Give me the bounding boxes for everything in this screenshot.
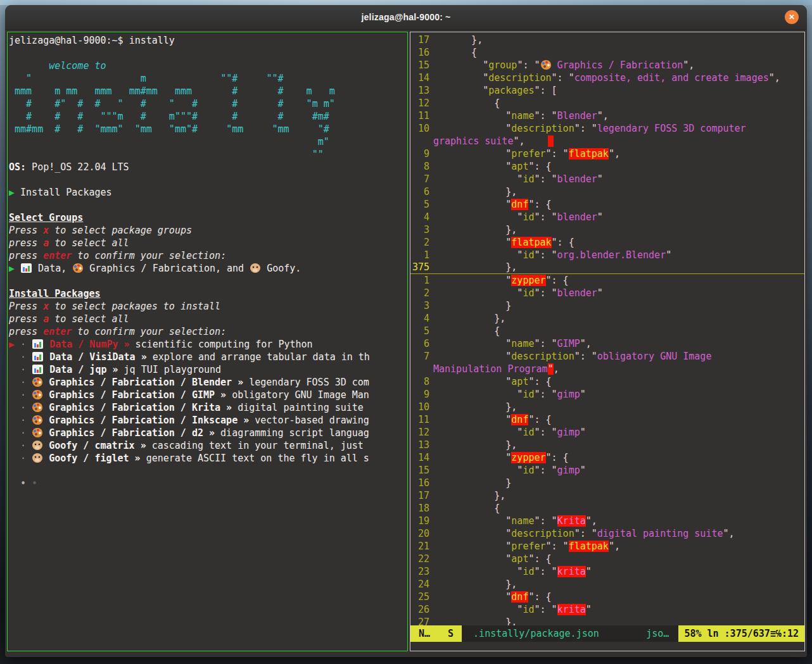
editor-line: 3 }: [410, 299, 804, 312]
text-token: {: [448, 47, 477, 58]
text-token: •: [26, 478, 37, 489]
text-token: ": ": [574, 123, 597, 134]
text-token: ": ": [534, 110, 557, 122]
text-token: diagramming script languag: [215, 427, 369, 439]
text-token: ": [448, 376, 511, 387]
text-token: },: [448, 224, 517, 235]
editor-line: 13 },: [410, 439, 804, 451]
line-text: · Data / jqp » jq TUI playground: [9, 364, 221, 375]
close-button[interactable]: ✕: [785, 10, 799, 24]
editor-line: 6 },: [410, 185, 804, 198]
filetype: jso…: [646, 628, 669, 639]
text-token: jelizaga@hal-9000:~$ instally: [9, 35, 175, 46]
terminal-line: # #" # # " # " # # # "m m": [9, 97, 407, 110]
editor-line: 22 "apt": {: [410, 553, 804, 565]
terminal-line: [9, 465, 407, 477]
line-text: },: [448, 578, 517, 591]
line-text: · Data / VisiData » explore and arrange …: [9, 351, 370, 363]
text-token: name: [511, 338, 534, 349]
line-number: 5: [410, 198, 429, 211]
line-text: "id": "krita": [448, 565, 592, 578]
line-text: "prefer": "flatpak",: [448, 147, 620, 160]
text-token: "": [9, 149, 324, 160]
line-text: "prefer": "flatpak",: [448, 540, 620, 553]
line-number: 17: [410, 34, 429, 46]
editor-line: 16 }: [410, 477, 804, 489]
text-token: ": [666, 249, 671, 261]
line-text: "id": "blender": [448, 211, 603, 223]
text-token: " m ""# ""#: [9, 73, 283, 84]
line-number: 18: [410, 502, 429, 515]
text-token: ": {: [528, 199, 551, 210]
editor-line: 9 "id": "gimp": [410, 388, 804, 401]
text-token: press: [9, 326, 43, 337]
line-text: press enter to confirm your selection:: [9, 250, 226, 261]
editor-line: 2 "id": "blender": [410, 287, 804, 299]
editor-line: 12 {: [410, 97, 804, 110]
editor-line: 6 "name": "GIMP",: [410, 337, 804, 350]
text-token: ": [448, 173, 523, 185]
cow-icon: [32, 453, 42, 463]
line-number: 21: [410, 540, 429, 553]
text-token: Select Groups: [9, 212, 83, 223]
line-number: 13: [410, 84, 429, 97]
editor-line: 8 "apt": {: [410, 160, 804, 173]
line-number: 6: [410, 185, 429, 198]
text-token: scientific computing for Python: [130, 339, 313, 350]
text-token: ·: [9, 453, 32, 464]
line-number: 7: [410, 173, 429, 185]
line-text: "apt": {: [448, 375, 552, 388]
line-text: },: [448, 312, 505, 325]
line-number: 19: [410, 515, 429, 527]
text-token: Goofy / cmatrix »: [43, 440, 146, 451]
text-token: enter: [43, 250, 72, 261]
line-number: 5: [410, 325, 429, 337]
text-token: to select package groups: [49, 225, 192, 236]
line-number: 17: [410, 489, 429, 502]
text-token: ": ": [552, 72, 574, 84]
text-token: ": [448, 211, 523, 223]
text-token: ": [448, 148, 511, 160]
terminal-line: press enter to confirm your selection:: [9, 249, 407, 262]
line-text: Manipulation Program",: [410, 363, 559, 375]
line-number: 9: [410, 388, 429, 401]
text-token: Pop!_OS 22.04 LTS: [26, 161, 129, 173]
titlebar[interactable]: jelizaga@hal-9000: ~ ✕: [5, 5, 807, 30]
text-token: obligatory GNU Image Man: [226, 389, 369, 401]
text-token: to confirm your selection:: [72, 250, 226, 261]
line-text: "dnf": {: [448, 413, 552, 426]
text-token: Press: [9, 225, 43, 236]
text-token: ·: [9, 427, 32, 439]
line-text: # # # """m # m"""# # # #m#: [9, 111, 329, 122]
statusline-flag: S: [448, 628, 454, 639]
line-text: Select Groups: [9, 212, 83, 223]
line-text: OS: Pop!_OS 22.04 LTS: [9, 161, 129, 173]
line-text: "": [9, 149, 324, 160]
text-token: to select packages to install: [49, 301, 220, 312]
line-text: "dnf": {: [448, 198, 552, 211]
terminal-line: OS: Pop!_OS 22.04 LTS: [9, 161, 407, 173]
line-text: "description": "obligatory GNU Image: [448, 350, 711, 363]
text-token: ": [580, 427, 586, 438]
text-token: id: [523, 211, 534, 223]
text-token: Graphics / Fabrication / Blender »: [43, 377, 243, 388]
vim-editor-pane[interactable]: 17 },16 {15 "group": " Graphics / Fabric…: [410, 32, 805, 651]
text-token: description: [488, 72, 551, 84]
text-token: ": [448, 110, 511, 122]
text-token: ",: [723, 528, 735, 539]
text-token: },: [448, 313, 505, 324]
cow-icon: [250, 263, 260, 273]
text-token: ": [448, 452, 511, 463]
text-token: ": [580, 389, 586, 400]
text-token: Press: [9, 301, 43, 312]
text-token: ": [448, 351, 511, 362]
text-token: id: [523, 389, 534, 400]
text-token: zypper: [511, 452, 545, 463]
line-number: 1: [410, 274, 429, 287]
text-token: ": [448, 465, 523, 476]
line-number: 15: [410, 464, 429, 477]
window-title: jelizaga@hal-9000: ~: [362, 12, 451, 22]
text-token: ": ": [534, 389, 557, 400]
terminal-line: press a to select all: [9, 313, 407, 325]
instally-tui-pane[interactable]: jelizaga@hal-9000:~$ instally welcome to…: [7, 32, 408, 651]
